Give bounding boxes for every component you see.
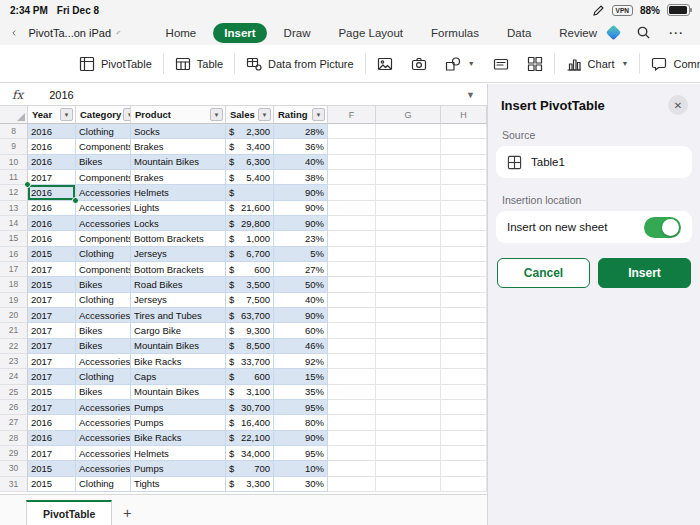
cell-sales-25[interactable]: $3,100 [226,385,274,400]
cell-sales-13[interactable]: $21,600 [226,201,274,216]
more-icon[interactable]: ⋯ [668,28,684,38]
cell-year-12[interactable]: 2016 [28,185,76,200]
row-header-24[interactable]: 24 [0,369,28,384]
cell-year-8[interactable]: 2016 [28,124,76,139]
cell-product-13[interactable]: Lights [131,201,226,216]
addins-button[interactable] [518,45,552,82]
cell-product-15[interactable]: Bottom Brackets [131,231,226,246]
cell-sales-19[interactable]: $7,500 [226,293,274,308]
cell-rating-30[interactable]: 10% [274,461,328,476]
cell-G-28[interactable] [376,431,441,446]
cell-product-16[interactable]: Jerseys [131,247,226,262]
cell-H-13[interactable] [441,201,487,216]
filter-dropdown-icon[interactable]: ▼ [210,108,223,121]
cell-product-19[interactable]: Jerseys [131,293,226,308]
cell-category-8[interactable]: Clothing [76,124,131,139]
cell-H-16[interactable] [441,247,487,262]
cell-H-22[interactable] [441,339,487,354]
cell-year-16[interactable]: 2015 [28,247,76,262]
cell-sales-17[interactable]: $600 [226,262,274,277]
cell-rating-28[interactable]: 90% [274,431,328,446]
cell-F-22[interactable] [328,339,376,354]
cell-category-19[interactable]: Clothing [76,293,131,308]
camera-button[interactable] [402,45,436,82]
cell-rating-20[interactable]: 90% [274,308,328,323]
rename-pencil-icon[interactable] [116,27,121,38]
cell-G-11[interactable] [376,170,441,185]
cell-H-10[interactable] [441,155,487,170]
cell-category-17[interactable]: Components [76,262,131,277]
row-header-9[interactable]: 9 [0,139,28,154]
cell-F-31[interactable] [328,477,376,492]
cell-year-27[interactable]: 2016 [28,415,76,430]
filter-dropdown-icon[interactable]: ▼ [60,108,73,121]
row-header-18[interactable]: 18 [0,277,28,292]
cell-rating-22[interactable]: 46% [274,339,328,354]
cell-year-28[interactable]: 2016 [28,431,76,446]
copilot-icon[interactable] [606,25,622,41]
tab-page-layout[interactable]: Page Layout [327,23,414,43]
cell-H-25[interactable] [441,385,487,400]
cell-year-15[interactable]: 2016 [28,231,76,246]
cell-sales-22[interactable]: $8,500 [226,339,274,354]
cell-H-23[interactable] [441,354,487,369]
cell-H-27[interactable] [441,415,487,430]
cell-F-26[interactable] [328,400,376,415]
cell-H-31[interactable] [441,477,487,492]
cell-F-16[interactable] [328,247,376,262]
cell-G-10[interactable] [376,155,441,170]
cell-G-16[interactable] [376,247,441,262]
cell-H-18[interactable] [441,277,487,292]
document-title[interactable]: PivotTa...on iPad [29,27,112,39]
cell-rating-15[interactable]: 23% [274,231,328,246]
cell-F-20[interactable] [328,308,376,323]
row-header-30[interactable]: 30 [0,461,28,476]
cell-F-28[interactable] [328,431,376,446]
cell-category-29[interactable]: Accessories [76,446,131,461]
cell-year-20[interactable]: 2017 [28,308,76,323]
cell-F-21[interactable] [328,323,376,338]
cell-F-30[interactable] [328,461,376,476]
insert-on-new-sheet-toggle[interactable] [644,217,681,238]
cell-G-20[interactable] [376,308,441,323]
cell-H-30[interactable] [441,461,487,476]
cell-category-10[interactable]: Bikes [76,155,131,170]
filter-dropdown-icon[interactable]: ▼ [312,108,325,121]
selection-handle[interactable] [72,197,79,204]
formula-bar-expand-icon[interactable]: ▼ [466,90,475,100]
tab-insert[interactable]: Insert [213,23,266,43]
cell-rating-10[interactable]: 40% [274,155,328,170]
cell-year-9[interactable]: 2016 [28,139,76,154]
column-header-H[interactable]: H [441,106,487,124]
cell-product-28[interactable]: Bike Racks [131,431,226,446]
table-button[interactable]: Table [166,45,232,82]
cell-category-26[interactable]: Accessories [76,400,131,415]
cell-F-14[interactable] [328,216,376,231]
cell-product-17[interactable]: Bottom Brackets [131,262,226,277]
table-header-year[interactable]: Year▼ [28,106,76,124]
cell-category-11[interactable]: Components [76,170,131,185]
cell-G-19[interactable] [376,293,441,308]
row-header-22[interactable]: 22 [0,339,28,354]
cell-year-23[interactable]: 2017 [28,354,76,369]
cell-product-18[interactable]: Road Bikes [131,277,226,292]
row-header-19[interactable]: 19 [0,293,28,308]
cell-category-28[interactable]: Accessories [76,431,131,446]
add-sheet-button[interactable]: + [112,500,142,525]
cell-G-31[interactable] [376,477,441,492]
cell-sales-9[interactable]: $3,400 [226,139,274,154]
cell-sales-10[interactable]: $6,300 [226,155,274,170]
cell-year-18[interactable]: 2015 [28,277,76,292]
cell-sales-28[interactable]: $22,100 [226,431,274,446]
cell-product-23[interactable]: Bike Racks [131,354,226,369]
cell-product-21[interactable]: Cargo Bike [131,323,226,338]
cell-G-29[interactable] [376,446,441,461]
cell-H-19[interactable] [441,293,487,308]
row-header-16[interactable]: 16 [0,247,28,262]
cell-G-17[interactable] [376,262,441,277]
cell-product-20[interactable]: Tires and Tubes [131,308,226,323]
cell-product-9[interactable]: Brakes [131,139,226,154]
cell-year-14[interactable]: 2016 [28,216,76,231]
column-header-F[interactable]: F [328,106,376,124]
cell-F-8[interactable] [328,124,376,139]
